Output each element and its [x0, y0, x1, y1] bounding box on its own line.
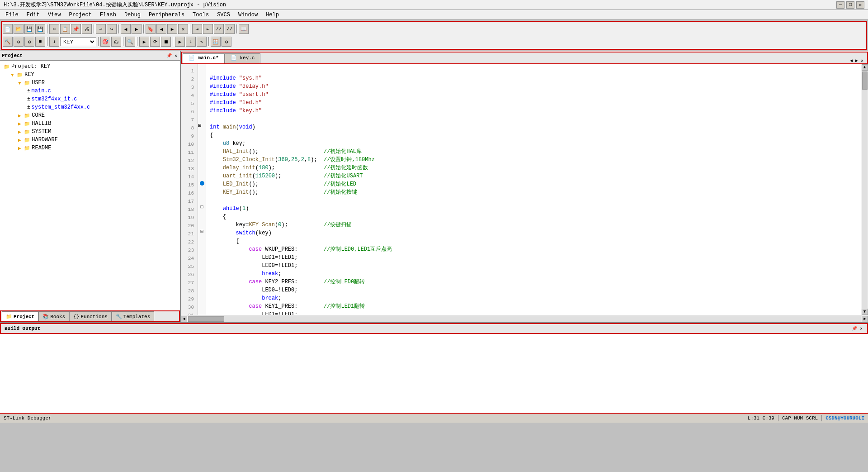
- panel-close-btn[interactable]: ✕: [174, 53, 178, 58]
- batch-build-btn[interactable]: ⚙: [24, 37, 34, 47]
- tab-scroll-left[interactable]: ◀: [849, 58, 854, 63]
- redo-btn[interactable]: ↪: [107, 24, 117, 34]
- status-right: L:31 C:39 CAP NUM SCRL CSDN@YOURUOLI: [748, 415, 864, 421]
- menu-view[interactable]: View: [44, 11, 65, 19]
- open-btn[interactable]: 📂: [14, 24, 24, 34]
- paste-btn[interactable]: 📌: [71, 24, 81, 34]
- build-output-header: Build Output 📌 ✕: [0, 323, 868, 334]
- tree-hardware[interactable]: ▶ 📁 HARDWARE: [2, 136, 178, 144]
- sep9: [123, 37, 123, 46]
- bookmark-btn[interactable]: 🔖: [146, 24, 156, 34]
- tab-key-c[interactable]: 📄 key.c: [225, 53, 261, 63]
- menu-debug[interactable]: Debug: [121, 11, 144, 19]
- fold-21-brace[interactable]: ⊟: [198, 228, 206, 236]
- stop-btn[interactable]: ■: [35, 37, 45, 47]
- bookmark-next-btn[interactable]: ▶: [167, 24, 177, 34]
- unindent-btn[interactable]: ⇤: [203, 24, 213, 34]
- scroll-down-btn[interactable]: ▼: [862, 309, 868, 315]
- menu-window[interactable]: Window: [235, 11, 261, 19]
- maximize-button[interactable]: □: [846, 1, 854, 9]
- save-all-btn[interactable]: 💾: [35, 24, 45, 34]
- new-file-btn[interactable]: 📄: [3, 24, 13, 34]
- sep12: [208, 37, 209, 46]
- build-pin-btn[interactable]: 📌: [851, 326, 858, 331]
- tree-system[interactable]: ± system_stm32f4xx.c: [2, 103, 178, 111]
- cut-btn[interactable]: ✂: [49, 24, 59, 34]
- bookmark-prev-btn[interactable]: ◀: [156, 24, 166, 34]
- tab-main-c[interactable]: 📄 main.c*: [183, 53, 225, 63]
- options-btn[interactable]: 🎯: [100, 37, 110, 47]
- fold-4: [198, 90, 206, 98]
- menu-svcs[interactable]: SVCS: [213, 11, 234, 19]
- tree-main-c[interactable]: ± main.c: [2, 87, 178, 95]
- code-editor[interactable]: 1234567891011121314151617181920212223242…: [181, 64, 868, 315]
- tree-user[interactable]: ▼ 📁 USER: [2, 79, 178, 87]
- tree-hallib[interactable]: ▶ 📁 HALLIB: [2, 119, 178, 128]
- undo-btn[interactable]: ↩: [96, 24, 106, 34]
- nav-back-btn[interactable]: ◀: [121, 24, 131, 34]
- project-panel-header: Project 📌 ✕: [0, 51, 180, 61]
- scroll-right-btn[interactable]: ▶: [862, 316, 868, 322]
- scroll-left-btn[interactable]: ◀: [181, 316, 187, 322]
- h-scroll-thumb[interactable]: [188, 316, 224, 322]
- fold-8-brace[interactable]: ⊟: [198, 122, 206, 130]
- menu-help[interactable]: Help: [262, 11, 283, 19]
- tab-templates[interactable]: 🔧Templates: [112, 311, 154, 321]
- tab-close-btn[interactable]: ✕: [860, 58, 864, 63]
- build-close-btn[interactable]: ✕: [859, 326, 863, 331]
- tree-root[interactable]: 📁 Project: KEY: [2, 62, 178, 71]
- h-scroll-track[interactable]: [188, 316, 861, 322]
- horizontal-scrollbar[interactable]: ◀ ▶: [181, 315, 868, 322]
- print-btn[interactable]: 🖨: [82, 24, 92, 34]
- copy-btn[interactable]: 📋: [60, 24, 70, 34]
- rebuild-btn[interactable]: ⚙: [14, 37, 24, 47]
- fold-18-brace[interactable]: ⊟: [198, 204, 206, 212]
- step-over-btn[interactable]: ↷: [197, 37, 207, 47]
- close-button[interactable]: ✕: [856, 1, 864, 9]
- find-btn[interactable]: 🔍: [125, 37, 135, 47]
- menu-edit[interactable]: Edit: [23, 11, 43, 19]
- scroll-up-btn[interactable]: ▲: [862, 64, 868, 71]
- indent-btn[interactable]: ⇥: [192, 24, 202, 34]
- menu-project[interactable]: Project: [65, 11, 95, 19]
- menu-file[interactable]: File: [2, 11, 22, 19]
- fold-column: ⊟ ⊟ ⊟: [198, 64, 206, 315]
- breakpoint-dot[interactable]: [200, 181, 204, 186]
- build-btn[interactable]: 🔨: [3, 37, 13, 47]
- project-tree[interactable]: 📁 Project: KEY ▼ 📁 KEY ▼ 📁 USER ± main.c…: [0, 61, 180, 310]
- menu-tools[interactable]: Tools: [189, 11, 212, 19]
- menu-flash[interactable]: Flash: [96, 11, 120, 19]
- tree-readme[interactable]: ▶ 📁 README: [2, 144, 178, 152]
- tab-scroll-right[interactable]: ▶: [854, 58, 859, 63]
- tab-project[interactable]: 📁Project: [2, 311, 38, 321]
- tree-stm32-it[interactable]: ± stm32f4xx_it.c: [2, 95, 178, 103]
- open-doc-btn[interactable]: 📖: [239, 24, 249, 34]
- tab-books[interactable]: 📚Books: [38, 311, 69, 321]
- run-btn[interactable]: ▶: [175, 37, 185, 47]
- minimize-button[interactable]: —: [836, 1, 844, 9]
- code-text[interactable]: #include "sys.h" #include "delay.h" #inc…: [206, 64, 861, 315]
- tree-key[interactable]: ▼ 📁 KEY: [2, 71, 178, 79]
- step-btn[interactable]: ↓: [186, 37, 196, 47]
- uncomment-btn[interactable]: //: [225, 24, 235, 34]
- tree-core[interactable]: ▶ 📁 CORE: [2, 111, 178, 119]
- download-btn[interactable]: ⬇: [49, 37, 59, 47]
- save-btn[interactable]: 💾: [24, 24, 34, 34]
- serial-btn[interactable]: ⚙: [222, 37, 231, 47]
- scroll-track[interactable]: [862, 72, 868, 308]
- scroll-thumb[interactable]: [862, 72, 868, 90]
- manage-btn[interactable]: 🗂: [111, 37, 121, 47]
- tab-functions[interactable]: {}Functions: [69, 311, 112, 321]
- debug-btn[interactable]: ▶: [139, 37, 149, 47]
- window-select-btn[interactable]: 🪟: [211, 37, 221, 47]
- target-select[interactable]: KEY: [60, 37, 96, 46]
- panel-pin-btn[interactable]: 📌: [165, 53, 173, 58]
- bookmark-clear-btn[interactable]: ✕: [178, 24, 188, 34]
- stop-debug-btn[interactable]: ⏹: [161, 37, 171, 47]
- vertical-scrollbar[interactable]: ▲ ▼: [861, 64, 868, 315]
- menu-peripherals[interactable]: Peripherals: [145, 11, 188, 19]
- reset-btn[interactable]: ⟳: [150, 37, 160, 47]
- tree-system-folder[interactable]: ▶ 📁 SYSTEM: [2, 128, 178, 136]
- comment-btn[interactable]: //: [214, 24, 224, 34]
- nav-fwd-btn[interactable]: ▶: [132, 24, 142, 34]
